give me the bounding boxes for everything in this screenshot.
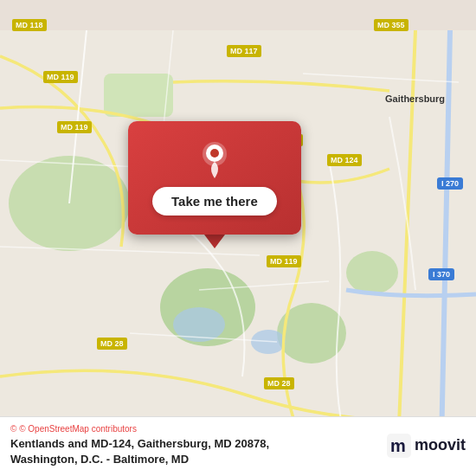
osm-credit: © © OpenStreetMap contributors xyxy=(10,424,387,434)
svg-point-5 xyxy=(346,251,398,294)
popup-tail xyxy=(204,235,225,248)
location-line2: Washington, D.C. - Baltimore, MD xyxy=(10,453,189,466)
road-label-md28a: MD 28 xyxy=(97,338,127,350)
location-title: Kentlands and MD-124, Gaithersburg, MD 2… xyxy=(10,436,387,467)
svg-rect-4 xyxy=(104,74,173,117)
road-label-i370: I 370 xyxy=(428,268,454,280)
road-label-i270: I 270 xyxy=(437,177,463,190)
location-popup: Take me there xyxy=(128,121,301,248)
bottom-bar: © © OpenStreetMap contributors Kentlands… xyxy=(0,416,476,476)
moovit-logo: m moovit xyxy=(387,434,466,458)
location-line1: Kentlands and MD-124, Gaithersburg, MD 2… xyxy=(10,437,269,450)
popup-card: Take me there xyxy=(128,121,301,235)
take-me-there-button[interactable]: Take me there xyxy=(152,187,277,215)
road-label-md119c: MD 119 xyxy=(267,255,301,267)
road-label-md28b: MD 28 xyxy=(264,377,294,389)
road-label-md355: MD 355 xyxy=(374,19,408,31)
road-label-md117a: MD 117 xyxy=(227,45,261,57)
map-container: ⬆ North MD 118 MD 117 MD 119 MD 119 MD 1… xyxy=(0,0,476,476)
bottom-left-info: © © OpenStreetMap contributors Kentlands… xyxy=(10,424,387,467)
svg-point-20 xyxy=(210,149,219,158)
road-label-md119b: MD 119 xyxy=(57,121,92,133)
road-label-md119a: MD 119 xyxy=(43,71,78,83)
road-label-md118: MD 118 xyxy=(12,19,47,31)
osm-credit-text: © OpenStreetMap contributors xyxy=(19,424,137,434)
svg-text:m: m xyxy=(390,436,406,455)
moovit-icon: m xyxy=(387,434,411,458)
osm-copyright-symbol: © xyxy=(10,424,16,434)
city-label-gaithersburg: Gaithersburg xyxy=(385,93,445,104)
moovit-brand-text: moovit xyxy=(415,436,466,454)
location-pin-icon xyxy=(196,140,234,178)
road-label-md124a: MD 124 xyxy=(327,154,362,166)
